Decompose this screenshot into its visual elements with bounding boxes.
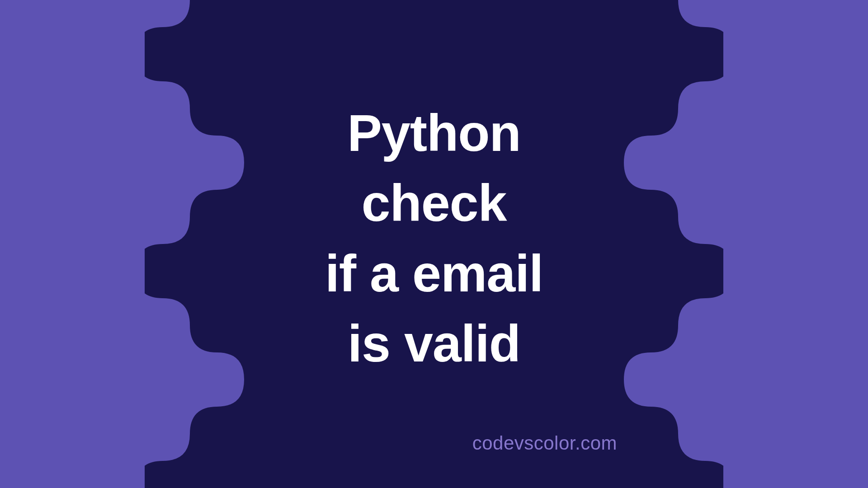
title-line-2: check xyxy=(361,174,506,232)
watermark-text: codevscolor.com xyxy=(472,432,617,454)
banner-container: Python check if a email is valid codevsc… xyxy=(0,0,868,488)
title-line-1: Python xyxy=(347,104,521,162)
title-text: Python check if a email is valid xyxy=(325,98,543,379)
title-line-3: if a email xyxy=(325,244,543,302)
title-line-4: is valid xyxy=(348,314,520,372)
title-container: Python check if a email is valid xyxy=(325,98,543,379)
